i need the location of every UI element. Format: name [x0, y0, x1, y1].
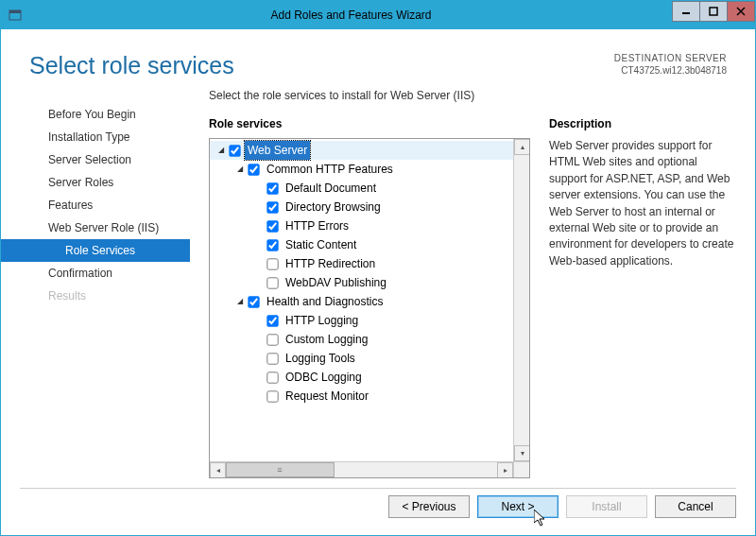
- tree-checkbox[interactable]: [266, 201, 278, 213]
- wizard-window: Add Roles and Features Wizard Select rol…: [0, 0, 756, 536]
- collapse-icon[interactable]: ◢: [234, 292, 246, 311]
- hscroll-track[interactable]: ≡: [226, 462, 497, 477]
- sidebar: Before You BeginInstallation TypeServer …: [1, 89, 190, 478]
- sidebar-step-role-services[interactable]: Role Services: [1, 239, 190, 262]
- tree-row[interactable]: Logging Tools: [210, 349, 513, 368]
- tree-checkbox[interactable]: [248, 164, 259, 175]
- tree-item-label[interactable]: Common HTTP Features: [264, 160, 396, 179]
- tree-checkbox[interactable]: [266, 372, 278, 383]
- tree-item-label[interactable]: Default Document: [283, 179, 379, 198]
- tree-item-label[interactable]: Custom Logging: [283, 330, 370, 349]
- tree-checkbox[interactable]: [266, 258, 278, 269]
- tree-row[interactable]: Default Document: [210, 179, 513, 198]
- destination-label: DESTINATION SERVER: [614, 52, 727, 64]
- sidebar-step-installation-type[interactable]: Installation Type: [1, 126, 190, 148]
- destination-value: CT43725.wi12.3b048718: [614, 64, 727, 77]
- cancel-button[interactable]: Cancel: [655, 495, 736, 518]
- wizard-body: Select role services DESTINATION SERVER …: [1, 29, 755, 535]
- maximize-button[interactable]: [699, 1, 728, 22]
- tree-checkbox[interactable]: [266, 390, 278, 402]
- tree-row[interactable]: Static Content: [210, 235, 513, 254]
- tree-checkbox[interactable]: [266, 315, 278, 326]
- scroll-down-icon[interactable]: ▾: [514, 445, 529, 461]
- description-column: Description Web Server provides support …: [549, 117, 736, 478]
- tree-checkbox[interactable]: [266, 277, 278, 288]
- tree-item-label[interactable]: Directory Browsing: [283, 198, 384, 216]
- sidebar-step-confirmation[interactable]: Confirmation: [1, 262, 190, 285]
- tree-checkbox[interactable]: [266, 353, 278, 364]
- main-area: Before You BeginInstallation TypeServer …: [1, 89, 755, 478]
- sidebar-step-results: Results: [1, 285, 190, 307]
- content-area: Select the role services to install for …: [190, 89, 755, 478]
- role-services-label: Role services: [209, 117, 530, 130]
- tree-item-label[interactable]: HTTP Errors: [283, 216, 352, 235]
- sidebar-step-features[interactable]: Features: [1, 194, 190, 216]
- tree-row[interactable]: ◢Common HTTP Features: [210, 160, 513, 179]
- scroll-left-icon[interactable]: ◂: [210, 462, 226, 478]
- role-services-column: Role services ◢Web Server◢Common HTTP Fe…: [209, 117, 530, 478]
- tree-item-label[interactable]: Static Content: [283, 235, 359, 254]
- tree-checkbox[interactable]: [266, 239, 278, 251]
- svg-rect-1: [9, 10, 21, 13]
- tree-checkbox[interactable]: [229, 145, 240, 156]
- window-controls: [673, 1, 755, 22]
- footer: < Previous Next > Install Cancel: [1, 478, 755, 535]
- tree-item-label[interactable]: Web Server: [245, 141, 310, 160]
- collapse-icon[interactable]: ◢: [234, 160, 246, 179]
- tree-item-label[interactable]: Request Monitor: [283, 387, 371, 406]
- tree-row[interactable]: ◢Web Server: [210, 141, 513, 160]
- horizontal-scrollbar[interactable]: ◂ ≡ ▸: [210, 461, 529, 477]
- scroll-right-icon[interactable]: ▸: [497, 462, 513, 478]
- collapse-icon[interactable]: ◢: [215, 141, 227, 160]
- destination-info: DESTINATION SERVER CT43725.wi12.3b048718: [614, 52, 727, 79]
- tree-item-label[interactable]: HTTP Redirection: [283, 254, 378, 273]
- tree-row[interactable]: HTTP Logging: [210, 311, 513, 330]
- sidebar-step-server-selection[interactable]: Server Selection: [1, 148, 190, 171]
- wizard-icon: [1, 9, 29, 22]
- tree-item-label[interactable]: HTTP Logging: [283, 311, 361, 330]
- install-button[interactable]: Install: [566, 495, 647, 518]
- sidebar-step-before-you-begin[interactable]: Before You Begin: [1, 103, 190, 126]
- header-area: Select role services DESTINATION SERVER …: [1, 29, 755, 89]
- tree-item-label[interactable]: Logging Tools: [283, 349, 358, 368]
- minimize-button[interactable]: [672, 1, 700, 22]
- vertical-scrollbar[interactable]: ▴ ▾: [513, 139, 529, 461]
- scroll-up-icon[interactable]: ▴: [514, 139, 529, 155]
- tree-scroll-area: ◢Web Server◢Common HTTP FeaturesDefault …: [210, 139, 529, 461]
- tree-checkbox[interactable]: [248, 296, 259, 307]
- tree-row[interactable]: WebDAV Publishing: [210, 273, 513, 292]
- page-title: Select role services: [29, 52, 614, 79]
- hscroll-thumb[interactable]: ≡: [226, 462, 335, 477]
- tree-item-label[interactable]: WebDAV Publishing: [283, 273, 389, 292]
- instruction-text: Select the role services to install for …: [209, 89, 736, 102]
- titlebar: Add Roles and Features Wizard: [1, 1, 755, 29]
- role-services-tree-box: ◢Web Server◢Common HTTP FeaturesDefault …: [209, 138, 530, 478]
- tree-row[interactable]: ODBC Logging: [210, 368, 513, 387]
- sidebar-step-web-server-role-iis-[interactable]: Web Server Role (IIS): [1, 216, 190, 239]
- tree-checkbox[interactable]: [266, 220, 278, 232]
- close-button[interactable]: [727, 1, 755, 22]
- svg-rect-3: [710, 8, 717, 15]
- description-label: Description: [549, 117, 736, 130]
- tree-row[interactable]: HTTP Redirection: [210, 254, 513, 273]
- description-text: Web Server provides support for HTML Web…: [549, 138, 736, 269]
- tree-row[interactable]: Custom Logging: [210, 330, 513, 349]
- next-button[interactable]: Next >: [477, 495, 558, 518]
- tree-row[interactable]: ◢Health and Diagnostics: [210, 292, 513, 311]
- tree-row[interactable]: Request Monitor: [210, 387, 513, 406]
- sidebar-step-server-roles[interactable]: Server Roles: [1, 171, 190, 194]
- tree-item-label[interactable]: Health and Diagnostics: [264, 292, 386, 311]
- content-columns: Role services ◢Web Server◢Common HTTP Fe…: [209, 117, 736, 478]
- role-services-tree[interactable]: ◢Web Server◢Common HTTP FeaturesDefault …: [210, 139, 513, 461]
- tree-row[interactable]: HTTP Errors: [210, 216, 513, 235]
- vscroll-track[interactable]: [514, 155, 529, 445]
- tree-checkbox[interactable]: [266, 182, 278, 194]
- window-title: Add Roles and Features Wizard: [29, 9, 673, 22]
- tree-checkbox[interactable]: [266, 334, 278, 345]
- tree-row[interactable]: Directory Browsing: [210, 198, 513, 216]
- previous-button[interactable]: < Previous: [388, 495, 470, 518]
- tree-item-label[interactable]: ODBC Logging: [283, 368, 365, 387]
- scroll-corner: [513, 462, 529, 477]
